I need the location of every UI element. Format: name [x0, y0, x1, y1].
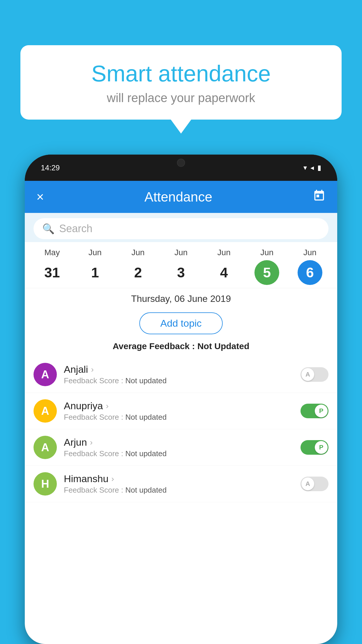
search-bar-container: 🔍 Search [25, 213, 337, 242]
toggle-knob: P [315, 405, 328, 417]
student-feedback: Feedback Score : Not updated [64, 449, 294, 458]
avg-feedback-value: Not Updated [197, 341, 249, 351]
toggle-knob: P [315, 441, 328, 454]
student-feedback: Feedback Score : Not updated [64, 413, 294, 422]
search-icon: 🔍 [42, 223, 55, 235]
date-info-section: Thursday, 06 June 2019 [25, 288, 337, 308]
status-icons: ▾ ◂ ▮ [303, 164, 321, 172]
date-day: 2 [126, 260, 150, 285]
student-name: Anupriya › [64, 400, 294, 412]
phone-camera [177, 159, 185, 167]
student-chevron: › [90, 438, 92, 447]
calendar-row: May31Jun1Jun2Jun3Jun4Jun5Jun6 [25, 242, 337, 288]
date-month: Jun [174, 248, 187, 257]
student-avatar: A [34, 436, 57, 459]
phone-screen: × Attendance 🔍 Search May31Jun1Jun2Jun3J… [25, 181, 337, 644]
feedback-value: Not updated [125, 376, 167, 385]
student-avatar: A [34, 363, 57, 386]
toggle-off[interactable]: A [301, 477, 328, 491]
status-bar: 14:29 ▾ ◂ ▮ [25, 155, 337, 181]
student-item[interactable]: AAnupriya ›Feedback Score : Not updated … [25, 393, 337, 429]
avg-feedback-label: Average Feedback : [113, 341, 195, 351]
feedback-value: Not updated [125, 413, 167, 421]
date-month: Jun [89, 248, 102, 257]
calendar-date-item[interactable]: Jun2 [121, 248, 156, 285]
date-day: 6 [298, 260, 322, 285]
calendar-date-item[interactable]: Jun5 [249, 248, 284, 285]
date-day: 31 [40, 260, 64, 285]
battery-icon: ▮ [317, 164, 321, 172]
attendance-toggle[interactable]: A [301, 477, 328, 491]
calendar-date-item[interactable]: Jun3 [164, 248, 198, 285]
student-info: Anjali ›Feedback Score : Not updated [64, 364, 294, 385]
date-day: 4 [212, 260, 236, 285]
student-info: Himanshu ›Feedback Score : Not updated [64, 473, 294, 495]
search-bar[interactable]: 🔍 Search [34, 218, 328, 239]
feedback-value: Not updated [125, 486, 167, 494]
student-chevron: › [106, 401, 108, 411]
calendar-date-item[interactable]: Jun1 [78, 248, 113, 285]
student-feedback: Feedback Score : Not updated [64, 486, 294, 495]
phone-mockup: 14:29 ▾ ◂ ▮ × Attendance [25, 155, 337, 644]
selected-date: Thursday, 06 June 2019 [34, 293, 328, 304]
student-chevron: › [91, 365, 94, 374]
phone-notch [162, 155, 200, 169]
attendance-toggle[interactable]: A [301, 367, 328, 382]
add-topic-button[interactable]: Add topic [139, 312, 223, 334]
date-month: Jun [131, 248, 145, 257]
student-item[interactable]: AAnjali ›Feedback Score : Not updated A [25, 356, 337, 393]
attendance-toggle[interactable]: P [301, 404, 328, 418]
date-month: Jun [303, 248, 317, 257]
date-month: May [44, 248, 60, 257]
speech-bubble-title: Smart attendance [38, 61, 324, 86]
speech-bubble-subtitle: will replace your paperwork [38, 91, 324, 105]
feedback-value: Not updated [125, 449, 167, 458]
student-chevron: › [111, 474, 114, 484]
student-info: Anupriya ›Feedback Score : Not updated [64, 400, 294, 422]
calendar-date-item[interactable]: Jun4 [206, 248, 241, 285]
background: Smart attendance will replace your paper… [0, 0, 362, 644]
calendar-date-item[interactable]: Jun6 [292, 248, 327, 285]
date-month: Jun [217, 248, 231, 257]
student-item[interactable]: AArjun ›Feedback Score : Not updated P [25, 429, 337, 466]
student-name: Himanshu › [64, 473, 294, 484]
search-placeholder: Search [59, 223, 92, 235]
avg-feedback: Average Feedback : Not Updated [25, 340, 337, 356]
toggle-knob: A [301, 368, 314, 381]
close-button[interactable]: × [36, 190, 44, 204]
student-avatar: A [34, 399, 57, 423]
student-feedback: Feedback Score : Not updated [64, 376, 294, 385]
calendar-date-item[interactable]: May31 [35, 248, 70, 285]
calendar-icon[interactable] [313, 189, 326, 205]
signal-icon: ◂ [310, 164, 314, 172]
student-item[interactable]: HHimanshu ›Feedback Score : Not updated … [25, 466, 337, 502]
student-name: Arjun › [64, 437, 294, 448]
app-header: × Attendance [25, 181, 337, 213]
student-list: AAnjali ›Feedback Score : Not updated A … [25, 356, 337, 502]
student-name: Anjali › [64, 364, 294, 375]
date-month: Jun [260, 248, 273, 257]
date-day: 3 [168, 260, 193, 285]
student-avatar: H [34, 472, 57, 496]
date-day: 5 [254, 260, 279, 285]
toggle-on[interactable]: P [301, 440, 328, 455]
toggle-on[interactable]: P [301, 404, 328, 418]
wifi-icon: ▾ [303, 164, 307, 172]
toggle-knob: A [301, 477, 314, 490]
date-day: 1 [83, 260, 108, 285]
status-time: 14:29 [41, 163, 60, 172]
speech-bubble-container: Smart attendance will replace your paper… [20, 45, 342, 120]
app-title: Attendance [144, 189, 212, 205]
student-info: Arjun ›Feedback Score : Not updated [64, 437, 294, 458]
toggle-off[interactable]: A [301, 367, 328, 382]
add-topic-container: Add topic [25, 308, 337, 340]
speech-bubble: Smart attendance will replace your paper… [20, 45, 342, 120]
attendance-toggle[interactable]: P [301, 440, 328, 455]
